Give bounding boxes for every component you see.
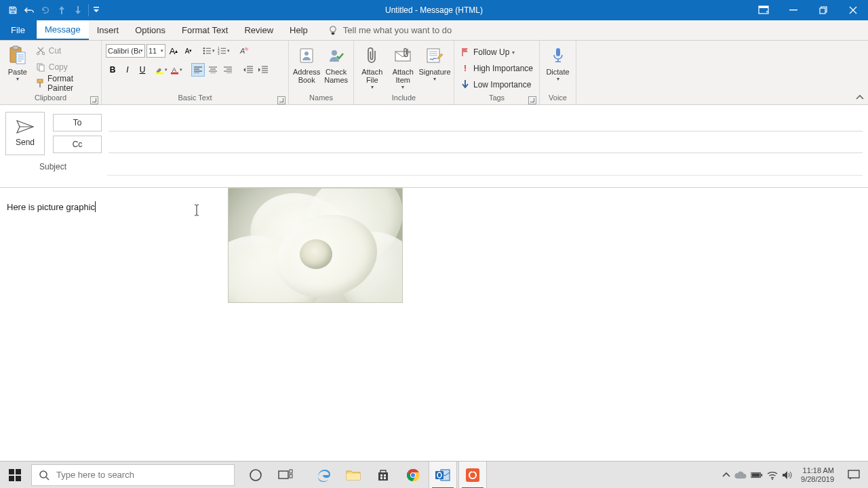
bullets-button[interactable]: ▾: [202, 44, 216, 58]
align-left-button[interactable]: [191, 63, 205, 77]
group-basic-text-label: Basic Text: [106, 94, 284, 104]
message-body[interactable]: Here is picture graphic: [0, 188, 868, 461]
chevron-down-icon: ▾: [433, 77, 436, 81]
tab-review[interactable]: Review: [236, 20, 281, 40]
text-highlight-button[interactable]: ▾: [155, 63, 168, 77]
embedded-image[interactable]: [228, 188, 403, 303]
taskbar-search[interactable]: Type here to search: [31, 464, 235, 486]
paste-button[interactable]: Paste ▾: [4, 43, 31, 81]
low-importance-icon: [460, 79, 471, 90]
svg-rect-39: [290, 474, 292, 478]
format-painter-button[interactable]: Format Painter: [34, 76, 97, 91]
microphone-icon: [547, 45, 569, 66]
body-text-line: Here is picture graphic: [7, 201, 96, 212]
dictate-button[interactable]: Dictate ▾: [544, 43, 572, 81]
cortana-icon[interactable]: [241, 462, 270, 489]
ribbon-display-options-icon[interactable]: [754, 3, 773, 18]
action-center-icon[interactable]: [842, 462, 865, 488]
prev-item-icon: [54, 3, 69, 18]
svg-rect-31: [9, 469, 14, 474]
file-explorer-icon[interactable]: [339, 462, 368, 489]
svg-rect-6: [13, 46, 18, 49]
svg-rect-32: [16, 469, 21, 474]
collapse-ribbon-icon[interactable]: [856, 94, 865, 103]
volume-icon[interactable]: [782, 470, 793, 480]
grow-font-button[interactable]: A▴: [167, 44, 180, 58]
align-center-button[interactable]: [206, 63, 220, 77]
tray-overflow-icon[interactable]: [722, 472, 730, 479]
signature-icon: [424, 45, 446, 66]
address-book-icon: [296, 45, 317, 66]
font-color-button[interactable]: A▾: [170, 63, 183, 77]
tab-options[interactable]: Options: [127, 20, 174, 40]
basic-text-dialog-launcher-icon[interactable]: [277, 96, 285, 104]
window-title: Untitled - Message (HTML): [0, 5, 868, 15]
subject-field[interactable]: [107, 158, 863, 176]
format-painter-label: Format Painter: [47, 74, 96, 93]
font-size-combo[interactable]: 11▾: [146, 44, 165, 58]
cc-button[interactable]: Cc: [53, 136, 102, 153]
svg-rect-11: [39, 65, 44, 71]
onedrive-icon[interactable]: [734, 471, 747, 479]
svg-rect-34: [16, 476, 21, 481]
check-names-button[interactable]: Check Names: [323, 43, 349, 84]
group-include-label: Include: [358, 94, 450, 104]
microsoft-store-icon[interactable]: [369, 462, 397, 489]
close-button[interactable]: [838, 0, 868, 20]
cc-field[interactable]: [108, 136, 863, 153]
clipboard-dialog-launcher-icon[interactable]: [90, 96, 98, 104]
battery-icon[interactable]: [751, 471, 763, 479]
copy-label: Copy: [49, 62, 68, 72]
svg-rect-44: [384, 477, 386, 479]
tab-file[interactable]: File: [0, 20, 37, 40]
increase-indent-button[interactable]: [256, 63, 270, 77]
copy-icon: [35, 62, 46, 73]
underline-button[interactable]: U: [136, 63, 149, 77]
taskbar-clock[interactable]: 11:18 AM 9/28/2019: [797, 466, 838, 484]
shrink-font-button[interactable]: A▾: [182, 44, 195, 58]
tab-format-text[interactable]: Format Text: [174, 20, 236, 40]
svg-rect-37: [279, 471, 288, 479]
snagit-icon[interactable]: [458, 462, 487, 489]
minimize-button[interactable]: [778, 0, 808, 20]
tell-me-search[interactable]: Tell me what you want to do: [328, 20, 452, 40]
send-button[interactable]: Send: [5, 112, 45, 155]
to-field[interactable]: [108, 114, 863, 131]
tab-insert[interactable]: Insert: [89, 20, 127, 40]
low-importance-button[interactable]: Low Importance: [458, 77, 534, 92]
signature-button[interactable]: Signature ▾: [420, 43, 450, 81]
tab-help[interactable]: Help: [281, 20, 316, 40]
maximize-button[interactable]: [808, 0, 838, 20]
attach-file-button[interactable]: Attach File ▾: [358, 43, 387, 89]
svg-point-16: [203, 53, 205, 54]
tags-dialog-launcher-icon[interactable]: [528, 96, 536, 104]
qat-customize-icon[interactable]: [92, 3, 101, 18]
paste-icon: [7, 45, 28, 66]
attach-item-button[interactable]: Attach Item ▾: [389, 43, 418, 89]
wifi-icon[interactable]: [767, 470, 778, 480]
svg-point-36: [250, 470, 261, 481]
save-icon[interactable]: [5, 3, 20, 18]
chrome-icon[interactable]: [399, 462, 427, 489]
address-book-button[interactable]: Address Book: [293, 43, 320, 84]
edge-icon[interactable]: [309, 462, 338, 489]
high-importance-button[interactable]: ! High Importance: [458, 61, 534, 76]
chevron-down-icon: ▾: [16, 77, 19, 81]
body-text-content: Here is picture graphic: [7, 202, 95, 212]
italic-button[interactable]: I: [121, 63, 134, 77]
numbering-button[interactable]: 123▾: [217, 44, 231, 58]
outlook-icon[interactable]: [429, 462, 457, 489]
task-view-icon[interactable]: [271, 462, 300, 489]
start-button[interactable]: [0, 462, 30, 489]
undo-icon[interactable]: [22, 3, 37, 18]
paste-label: Paste: [8, 68, 27, 76]
align-right-button[interactable]: [221, 63, 235, 77]
bold-button[interactable]: B: [106, 63, 119, 77]
font-name-combo[interactable]: Calibri (Boc▾: [106, 44, 145, 58]
clear-formatting-button[interactable]: A: [237, 44, 251, 58]
decrease-indent-button[interactable]: [241, 63, 255, 77]
tab-message[interactable]: Message: [37, 20, 89, 40]
to-button[interactable]: To: [53, 114, 102, 131]
follow-up-button[interactable]: Follow Up ▾: [458, 45, 534, 60]
svg-rect-13: [39, 83, 41, 87]
